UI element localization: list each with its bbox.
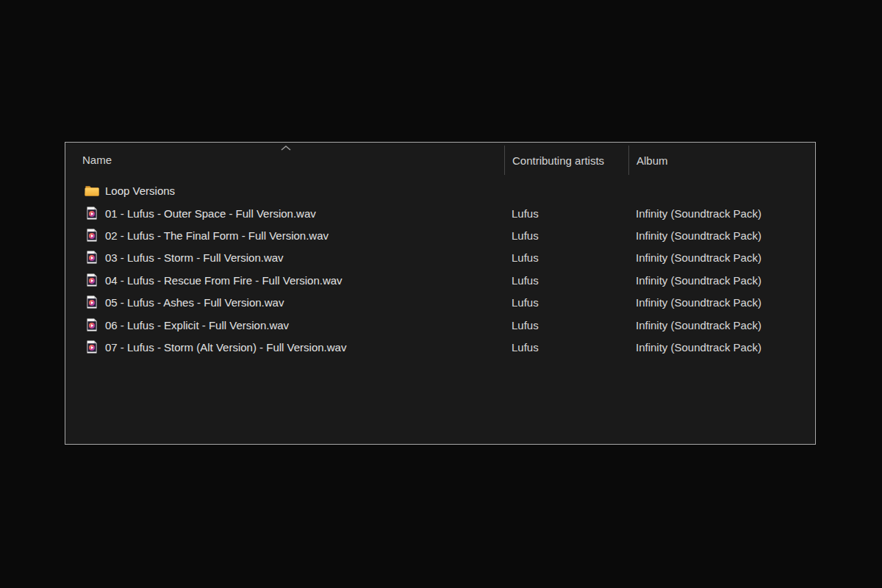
folder-row[interactable]: Loop Versions: [65, 179, 815, 201]
file-album: Infinity (Soundtrack Pack): [636, 207, 761, 219]
column-header-contributing-artists[interactable]: Contributing artists: [504, 146, 628, 175]
column-header-row: Name Contributing artists Album: [65, 143, 815, 177]
file-artist: Lufus: [512, 296, 539, 309]
folder-icon: [85, 183, 99, 198]
file-album: Infinity (Soundtrack Pack): [636, 229, 761, 241]
file-row[interactable]: 05 - Lufus - Ashes - Full Version.wav Lu…: [65, 291, 815, 313]
file-row[interactable]: 02 - Lufus - The Final Form - Full Versi…: [65, 224, 815, 246]
audio-file-icon: [85, 250, 99, 265]
file-artist: Lufus: [512, 318, 539, 331]
audio-file-icon: [85, 295, 99, 309]
file-name: 03 - Lufus - Storm - Full Version.wav: [105, 251, 284, 264]
file-name: 05 - Lufus - Ashes - Full Version.wav: [105, 296, 284, 309]
file-row[interactable]: 03 - Lufus - Storm - Full Version.wav Lu…: [65, 246, 815, 268]
file-row[interactable]: 01 - Lufus - Outer Space - Full Version.…: [65, 201, 815, 223]
file-row[interactable]: 04 - Lufus - Rescue From Fire - Full Ver…: [65, 269, 815, 291]
file-artist: Lufus: [512, 207, 539, 219]
file-name: 07 - Lufus - Storm (Alt Version) - Full …: [105, 340, 346, 353]
audio-file-icon: [85, 318, 99, 332]
file-album: Infinity (Soundtrack Pack): [636, 340, 761, 353]
file-list: Loop Versions 01 - Lufus - Outer Space -…: [65, 179, 815, 358]
file-album: Infinity (Soundtrack Pack): [636, 251, 761, 264]
file-album: Infinity (Soundtrack Pack): [636, 273, 761, 286]
chevron-up-icon: [280, 145, 292, 151]
column-header-name[interactable]: Name: [65, 143, 504, 177]
file-artist: Lufus: [512, 273, 539, 286]
file-name: 06 - Lufus - Explicit - Full Version.wav: [105, 318, 289, 331]
file-name: 02 - Lufus - The Final Form - Full Versi…: [105, 229, 329, 241]
file-row[interactable]: 06 - Lufus - Explicit - Full Version.wav…: [65, 313, 815, 335]
file-name: 01 - Lufus - Outer Space - Full Version.…: [105, 207, 316, 219]
file-artist: Lufus: [512, 340, 539, 353]
folder-name: Loop Versions: [105, 184, 175, 197]
file-explorer-list-panel: Name Contributing artists Album Loop Ver…: [65, 142, 816, 445]
column-header-artists-label: Contributing artists: [512, 154, 604, 167]
file-artist: Lufus: [512, 251, 539, 264]
column-header-album[interactable]: Album: [628, 146, 815, 175]
audio-file-icon: [85, 340, 99, 354]
file-album: Infinity (Soundtrack Pack): [636, 318, 761, 331]
column-header-album-label: Album: [637, 154, 668, 167]
column-header-name-label: Name: [82, 154, 112, 166]
file-row[interactable]: 07 - Lufus - Storm (Alt Version) - Full …: [65, 336, 815, 358]
audio-file-icon: [85, 206, 99, 220]
file-name: 04 - Lufus - Rescue From Fire - Full Ver…: [105, 273, 343, 286]
audio-file-icon: [85, 273, 99, 287]
file-artist: Lufus: [512, 229, 539, 241]
audio-file-icon: [85, 228, 99, 243]
file-album: Infinity (Soundtrack Pack): [636, 296, 761, 309]
